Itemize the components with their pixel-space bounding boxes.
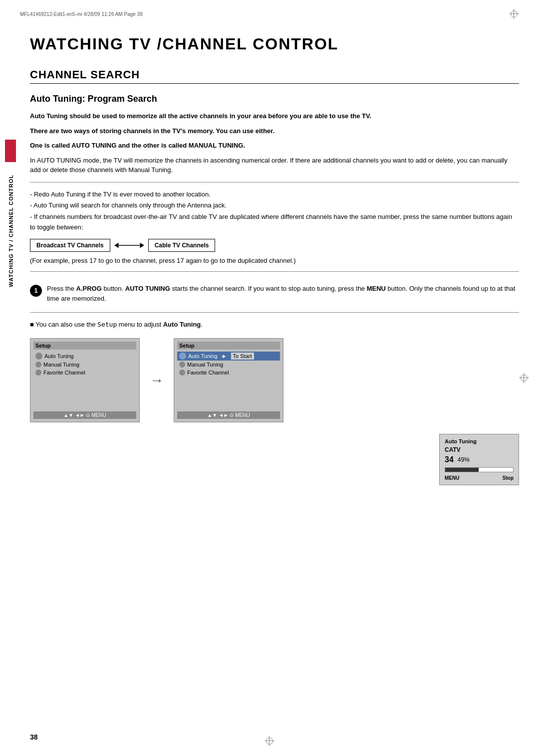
setup-box2-item1-label: Auto Tuning xyxy=(188,353,218,359)
progress-bar-fill xyxy=(445,468,479,472)
auto-tuning-percent: 49% xyxy=(458,456,470,463)
page-title: WATCHING TV /CHANNEL CONTROL xyxy=(30,35,519,53)
para3: One is called AUTO TUNING and the other … xyxy=(30,141,519,151)
setup-box1: Setup Auto Tuning Manual Tuning Favorite… xyxy=(30,338,140,422)
main-content: WATCHING TV /CHANNEL CONTROL CHANNEL SEA… xyxy=(30,0,519,422)
step1-text: Press the A.PROG button. AUTO TUNING sta… xyxy=(47,284,519,305)
svg-marker-1 xyxy=(140,243,144,248)
setup-box1-item3: Favorite Channel xyxy=(33,369,136,377)
to-start-label: To Start xyxy=(231,353,254,360)
page-container: MFL41469212-Edit1-en5-mi 4/28/09 11:26 A… xyxy=(0,0,539,756)
setup-box1-item1-label: Auto Tuning xyxy=(44,353,74,359)
setup-box2: Setup Auto Tuning ► To Start Manual Tuni… xyxy=(174,338,283,422)
setup-box1-item1: Auto Tuning xyxy=(33,352,136,361)
setup-box1-title: Setup xyxy=(33,342,136,350)
auto-tuning-icon1 xyxy=(35,353,42,360)
sidebar-label: WATCHING TV / CHANNEL CONTROL xyxy=(8,175,18,287)
header-bar: MFL41469212-Edit1-en5-mi 4/28/09 11:26 A… xyxy=(20,9,519,19)
favorite-channel-icon1 xyxy=(35,370,41,376)
setup-box2-title: Setup xyxy=(177,342,280,350)
setup-arrow: → xyxy=(150,373,164,388)
page-number: 38 xyxy=(30,733,38,741)
setup-box2-item2-label: Manual Tuning xyxy=(187,362,223,368)
bottom-crosshair xyxy=(265,736,274,746)
bullet-list: Redo Auto Tuning if the TV is ever moved… xyxy=(30,189,519,233)
setup-box1-footer: ▲▼ ◄► ⊙ MENU xyxy=(33,411,136,419)
divider2 xyxy=(30,271,519,272)
channel-toggle: Broadcast TV Channels Cable TV Channels xyxy=(30,239,519,252)
auto-tuning-box: Auto Tuning CATV 34 49% MENU Stop xyxy=(439,434,519,485)
example-text: (For example, press 17 to go to the chan… xyxy=(30,257,519,264)
cable-channels-box: Cable TV Channels xyxy=(148,239,216,252)
broadcast-channels-box: Broadcast TV Channels xyxy=(30,239,110,252)
setup-box2-item1: Auto Tuning ► To Start xyxy=(177,352,280,361)
para1: Auto Tuning should be used to memorize a… xyxy=(30,111,519,121)
manual-tuning-icon1 xyxy=(35,362,41,368)
broadcast-channels-label: Broadcast TV Channels xyxy=(36,242,104,249)
divider3 xyxy=(30,312,519,313)
step1-number: 1 xyxy=(30,285,42,297)
para2: There are two ways of storing channels i… xyxy=(30,126,519,136)
setup-box2-item2: Manual Tuning xyxy=(177,361,280,369)
top-crosshair xyxy=(509,9,519,19)
auto-tuning-menu: MENU xyxy=(445,475,459,481)
step1-section: 1 Press the A.PROG button. AUTO TUNING s… xyxy=(30,280,519,305)
auto-tuning-channel: 34 xyxy=(445,455,454,464)
setup-box2-footer: ▲▼ ◄► ⊙ MENU xyxy=(177,411,280,419)
note-text: ■ You can also use the Setup menu to adj… xyxy=(30,320,519,330)
setup-box1-item2-label: Manual Tuning xyxy=(43,362,79,368)
setup-screenshots: Setup Auto Tuning Manual Tuning Favorite… xyxy=(30,338,519,422)
sidebar-accent xyxy=(5,140,16,162)
setup-box1-item3-label: Favorite Channel xyxy=(43,370,85,376)
svg-marker-0 xyxy=(114,243,119,248)
subsection-title: Auto Tuning: Program Search xyxy=(30,94,519,104)
divider1 xyxy=(30,182,519,183)
bullet-item-3: If channels numbers for broadcast over-t… xyxy=(30,212,519,233)
cable-channels-label: Cable TV Channels xyxy=(155,242,209,249)
auto-tuning-footer: MENU Stop xyxy=(445,475,514,481)
bullet-item-1: Redo Auto Tuning if the TV is ever moved… xyxy=(30,189,519,200)
para4: In AUTO TUNING mode, the TV will memoriz… xyxy=(30,156,519,175)
auto-tuning-catv: CATV xyxy=(445,446,514,453)
setup-box1-item2: Manual Tuning xyxy=(33,361,136,369)
right-crosshair xyxy=(519,373,529,383)
setup-box2-item3-label: Favorite Channel xyxy=(187,370,229,376)
auto-tuning-progress-row: 34 49% xyxy=(445,455,514,464)
bullet-item-2: Auto Tuning will search for channels onl… xyxy=(30,200,519,211)
manual-tuning-icon2 xyxy=(179,362,185,368)
bidirectional-arrow xyxy=(114,240,144,250)
header-text: MFL41469212-Edit1-en5-mi 4/28/09 11:26 A… xyxy=(20,11,143,17)
auto-tuning-icon2 xyxy=(179,353,186,360)
progress-bar-container xyxy=(445,467,514,472)
favorite-channel-icon2 xyxy=(179,370,185,376)
setup-box2-item3: Favorite Channel xyxy=(177,369,280,377)
section-title: CHANNEL SEARCH xyxy=(30,68,519,84)
auto-tuning-stop: Stop xyxy=(503,475,514,481)
auto-tuning-title: Auto Tuning xyxy=(445,438,514,444)
